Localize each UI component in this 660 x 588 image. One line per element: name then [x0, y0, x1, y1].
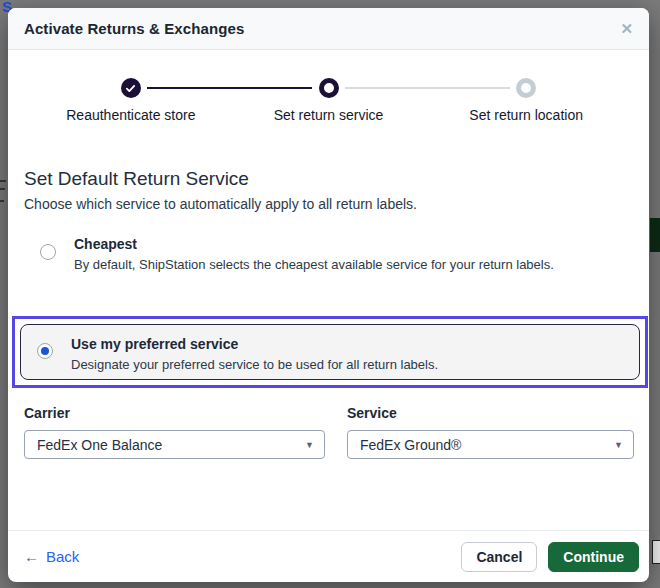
- carrier-service-form-row: Carrier FedEx One Balance ▼ Service FedE…: [24, 405, 634, 459]
- step-label: Set return service: [274, 107, 384, 123]
- modal-title: Activate Returns & Exchanges: [24, 20, 244, 37]
- background-fragment: [652, 540, 660, 564]
- cancel-button[interactable]: Cancel: [461, 542, 537, 572]
- upcoming-step-icon: [516, 78, 536, 98]
- activate-returns-modal: Activate Returns & Exchanges ✕ Reauthent…: [8, 8, 649, 582]
- radio-button-selected[interactable]: [37, 343, 53, 359]
- wizard-stepper: Reauthenticate store Set return service …: [32, 78, 625, 140]
- continue-button[interactable]: Continue: [548, 542, 639, 572]
- current-step-icon: [319, 78, 339, 98]
- stepper-step-set-return-location: Set return location: [427, 78, 625, 123]
- chevron-down-icon: ▼: [305, 440, 314, 450]
- carrier-select[interactable]: FedEx One Balance ▼: [24, 430, 325, 459]
- background-fragment: [0, 200, 4, 202]
- background-fragment: [0, 180, 6, 182]
- chevron-down-icon: ▼: [614, 440, 623, 450]
- option-description: Designate your preferred service to be u…: [71, 357, 438, 372]
- background-green-button-fragment: [650, 218, 660, 252]
- service-select[interactable]: FedEx Ground® ▼: [347, 430, 634, 459]
- stepper-step-set-return-service: Set return service: [230, 78, 428, 123]
- step-label: Set return location: [469, 107, 583, 123]
- page-title: Set Default Return Service: [24, 168, 633, 190]
- modal-footer: ← Back Cancel Continue: [8, 530, 649, 582]
- modal-header: Activate Returns & Exchanges ✕: [8, 8, 649, 50]
- close-icon[interactable]: ✕: [620, 21, 633, 36]
- carrier-selected-value: FedEx One Balance: [37, 437, 162, 453]
- radio-button-unselected[interactable]: [40, 244, 56, 260]
- option-label: Cheapest: [74, 236, 554, 252]
- page-subtitle: Choose which service to automatically ap…: [24, 196, 633, 212]
- step-label: Reauthenticate store: [66, 107, 195, 123]
- back-link[interactable]: ← Back: [24, 548, 79, 565]
- service-selected-value: FedEx Ground®: [360, 437, 461, 453]
- carrier-label: Carrier: [24, 405, 325, 421]
- radio-option-cheapest[interactable]: Cheapest By default, ShipStation selects…: [24, 236, 633, 272]
- back-arrow-icon: ←: [24, 548, 39, 565]
- option-label: Use my preferred service: [71, 336, 438, 352]
- background-fragment: [0, 188, 5, 190]
- modal-body: Reauthenticate store Set return service …: [8, 50, 649, 582]
- check-icon: [121, 78, 141, 98]
- option-description: By default, ShipStation selects the chea…: [74, 257, 554, 272]
- back-link-label: Back: [46, 548, 79, 565]
- radio-option-use-preferred-service[interactable]: Use my preferred service Designate your …: [20, 324, 640, 380]
- service-label: Service: [347, 405, 634, 421]
- stepper-step-reauthenticate-store: Reauthenticate store: [32, 78, 230, 123]
